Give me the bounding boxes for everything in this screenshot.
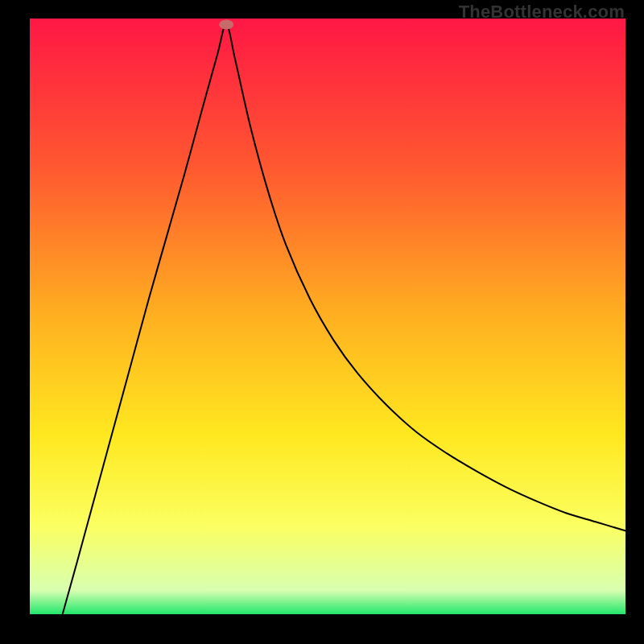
chart-background (30, 19, 625, 614)
chart-plot (30, 19, 625, 614)
chart-canvas: TheBottleneck.com (0, 0, 644, 644)
watermark-text: TheBottleneck.com (459, 2, 625, 23)
curve-minimum-marker (219, 19, 233, 29)
